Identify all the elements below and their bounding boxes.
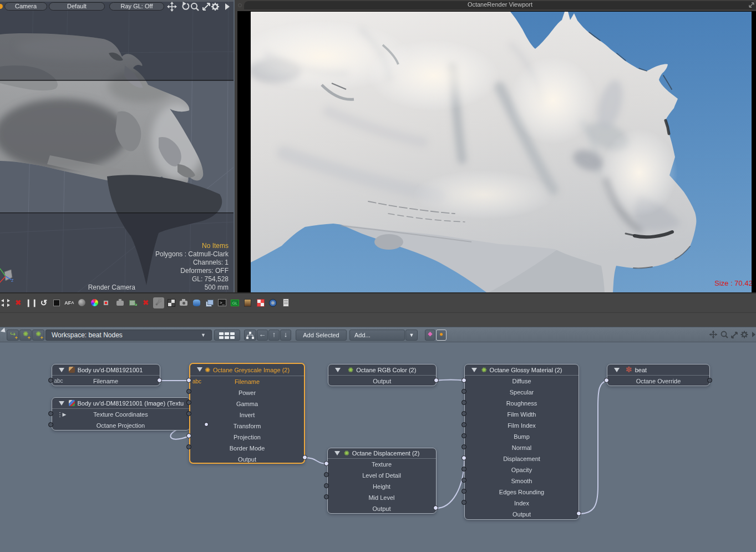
svg-text:z: z — [11, 277, 14, 283]
svg-text:GL: 754,528: GL: 754,528 — [192, 275, 229, 283]
svg-text:Polygons : Catmull-Clark: Polygons : Catmull-Clark — [155, 250, 229, 258]
svg-text:Channels: 1: Channels: 1 — [193, 259, 229, 266]
svg-text:Deformers: OFF: Deformers: OFF — [180, 267, 229, 275]
svg-text:Render Camera: Render Camera — [88, 283, 136, 291]
svg-text:500 mm: 500 mm — [205, 283, 229, 291]
svg-text:Size : 70.42%: Size : 70.42% — [714, 279, 752, 287]
svg-text:No Items: No Items — [202, 242, 229, 250]
